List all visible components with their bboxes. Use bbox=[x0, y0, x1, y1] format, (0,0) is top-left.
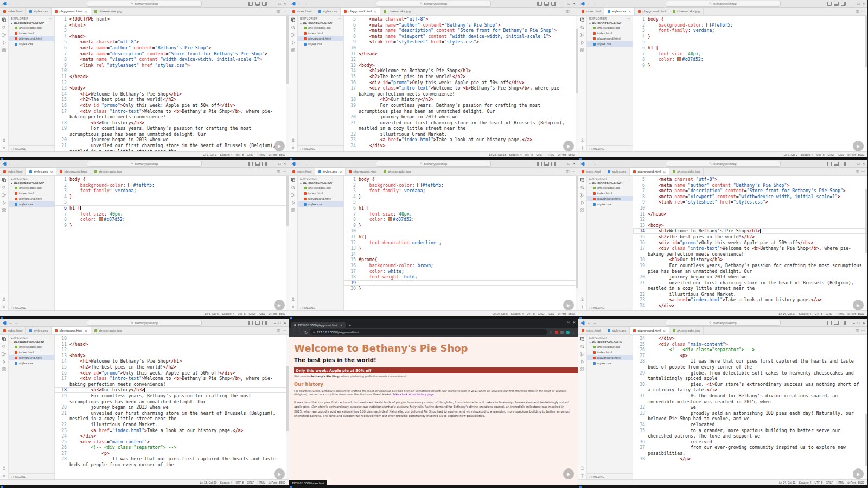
activitybar-source-control-icon[interactable] bbox=[291, 33, 296, 37]
tab-cheesecake.jpg[interactable]: cheesecake.jpg bbox=[91, 168, 125, 175]
eol-sequence[interactable]: CRLF bbox=[536, 153, 544, 156]
file-index.html[interactable]: index.html bbox=[587, 350, 633, 355]
layout-secondary-icon[interactable] bbox=[841, 2, 846, 6]
file-cheesecake.jpg[interactable]: cheesecake.jpg bbox=[587, 344, 633, 350]
file-cheesecake.jpg[interactable]: cheesecake.jpg bbox=[298, 25, 343, 30]
split-editor-icon[interactable]: ◫ bbox=[856, 169, 859, 174]
tab-index.html[interactable]: index.html bbox=[0, 168, 26, 175]
code-editor[interactable]: 5 <meta charset="utf-8">6 <meta name="au… bbox=[633, 176, 867, 310]
settings-gear-icon[interactable] bbox=[2, 305, 7, 309]
layout-panel-icon[interactable] bbox=[834, 2, 839, 6]
editor-scrollbar[interactable] bbox=[865, 176, 867, 310]
activitybar-run-debug-icon[interactable] bbox=[580, 200, 585, 205]
language-mode[interactable]: HTML bbox=[837, 312, 844, 315]
nav-forward-icon[interactable]: → bbox=[15, 321, 18, 325]
play-overlay-icon[interactable]: ▶ bbox=[853, 141, 864, 151]
tab-cheesecake.jpg[interactable]: cheesecake.jpg bbox=[380, 168, 414, 175]
live-server-port[interactable]: ⊘ Port : 5500 bbox=[269, 481, 285, 484]
play-overlay-icon[interactable]: ▶ bbox=[563, 468, 574, 479]
layout-panel-icon[interactable] bbox=[834, 162, 839, 166]
maximize-button[interactable]: □ bbox=[279, 162, 281, 166]
activitybar-extensions-icon[interactable] bbox=[2, 367, 7, 372]
live-server-port[interactable]: ⊘ Port : 5500 bbox=[558, 312, 575, 315]
layout-secondary-icon[interactable] bbox=[841, 162, 846, 166]
file-playground.html[interactable]: playground.html bbox=[298, 196, 343, 201]
nav-back-icon[interactable]: ← bbox=[298, 162, 302, 166]
layout-panel-icon[interactable] bbox=[834, 321, 839, 325]
maximize-button[interactable]: □ bbox=[568, 162, 570, 166]
indentation[interactable]: Spaces: 4 bbox=[220, 481, 232, 484]
maximize-button[interactable]: □ bbox=[279, 321, 281, 325]
close-button[interactable]: ✕ bbox=[573, 320, 576, 324]
tab-playground.html[interactable]: playground.html✕ bbox=[52, 8, 91, 15]
new-tab-button[interactable]: + bbox=[349, 324, 352, 328]
activitybar-run-debug-icon[interactable] bbox=[580, 40, 585, 45]
layout-sidebar-icon[interactable] bbox=[248, 162, 253, 166]
layout-secondary-icon[interactable] bbox=[551, 162, 556, 166]
encoding[interactable]: UTF-8 bbox=[816, 153, 825, 156]
command-center-search[interactable]: bethanyspieshop bbox=[666, 161, 781, 167]
file-index.html[interactable]: index.html bbox=[9, 350, 54, 355]
activitybar-explorer-icon[interactable] bbox=[2, 178, 7, 182]
close-button[interactable]: ✕ bbox=[284, 162, 286, 166]
activitybar-extensions-icon[interactable] bbox=[580, 208, 585, 213]
file-styles.css[interactable]: styles.css bbox=[9, 41, 54, 47]
file-playground.html[interactable]: playground.html bbox=[587, 196, 633, 201]
cursor-position[interactable]: Ln 14, Col 37 bbox=[779, 312, 796, 315]
layout-secondary-icon[interactable] bbox=[262, 162, 267, 166]
play-overlay-icon[interactable]: ▶ bbox=[563, 300, 574, 310]
file-index.html[interactable]: index.html bbox=[298, 191, 343, 196]
settings-gear-icon[interactable] bbox=[2, 145, 7, 150]
tab-styles.css[interactable]: styles.css✕ bbox=[604, 8, 635, 15]
activitybar-extensions-icon[interactable] bbox=[291, 208, 296, 213]
cursor-position[interactable]: Ln 19, Col 5 bbox=[493, 312, 508, 315]
nav-forward-icon[interactable]: → bbox=[15, 2, 18, 5]
play-overlay-icon[interactable]: ▶ bbox=[853, 300, 864, 310]
activitybar-explorer-icon[interactable] bbox=[580, 337, 585, 341]
menu-dots-icon[interactable]: ⋮ bbox=[572, 330, 576, 334]
close-button[interactable]: ✕ bbox=[573, 2, 576, 5]
maximize-button[interactable]: □ bbox=[568, 2, 570, 5]
tab-cheesecake.jpg[interactable]: cheesecake.jpg bbox=[380, 8, 414, 15]
reload-icon[interactable]: ↻ bbox=[304, 330, 308, 335]
settings-gear-icon[interactable] bbox=[580, 473, 585, 478]
play-overlay-icon[interactable]: ▶ bbox=[274, 468, 285, 479]
explorer-more-icon[interactable]: ⋯ bbox=[627, 336, 630, 339]
activitybar-explorer-icon[interactable] bbox=[2, 17, 7, 22]
account-icon[interactable] bbox=[2, 138, 7, 143]
nav-back-icon[interactable]: ← bbox=[9, 321, 12, 325]
explorer-more-icon[interactable]: ⋯ bbox=[49, 17, 52, 20]
timeline-section[interactable]: › TIMELINE bbox=[587, 305, 633, 310]
encoding[interactable]: UTF-8 bbox=[814, 481, 822, 484]
scrollbar-thumb[interactable] bbox=[865, 16, 867, 67]
nav-forward-icon[interactable]: → bbox=[304, 162, 308, 166]
tab-playground.html[interactable]: playground.html bbox=[56, 168, 91, 175]
cursor-position[interactable]: Ln 9, Col 2 bbox=[784, 153, 797, 156]
activitybar-explorer-icon[interactable] bbox=[291, 178, 296, 182]
command-center-search[interactable]: bethanyspieshop bbox=[666, 1, 781, 7]
command-center-search[interactable]: bethanyspieshop bbox=[666, 320, 781, 326]
split-editor-icon[interactable]: ◫ bbox=[856, 9, 859, 14]
code-editor[interactable]: 1body {2 background-color: #fef6f5;3 fon… bbox=[633, 16, 867, 151]
activitybar-run-debug-icon[interactable] bbox=[291, 200, 296, 205]
taskbar-vscode-icon[interactable] bbox=[579, 158, 582, 160]
settings-gear-icon[interactable] bbox=[580, 305, 585, 309]
file-cheesecake.jpg[interactable]: cheesecake.jpg bbox=[298, 185, 343, 191]
timeline-section[interactable]: › TIMELINE bbox=[9, 473, 54, 479]
tab-close-icon[interactable]: ✕ bbox=[374, 10, 376, 14]
taskbar-vscode-icon[interactable] bbox=[1, 317, 3, 319]
folder-row[interactable]: ⌄ BETHANYSPIESHOP bbox=[587, 21, 633, 25]
close-button[interactable]: ✕ bbox=[863, 321, 865, 325]
nav-forward-icon[interactable]: → bbox=[593, 162, 597, 166]
code-editor[interactable]: 24 </div>25 <div class="main-content">26… bbox=[633, 335, 867, 479]
nav-forward-icon[interactable]: → bbox=[593, 2, 597, 5]
nav-back-icon[interactable]: ← bbox=[9, 162, 12, 166]
code-editor[interactable]: 5 <meta charset="utf-8">6 <meta name="au… bbox=[344, 16, 578, 151]
account-icon[interactable] bbox=[291, 138, 296, 143]
language-mode[interactable]: CSS bbox=[259, 312, 265, 315]
encoding[interactable]: UTF-8 bbox=[527, 312, 535, 315]
file-styles.css[interactable]: styles.css bbox=[298, 201, 343, 207]
editor-scrollbar[interactable] bbox=[286, 176, 289, 310]
tab-close-icon[interactable]: ✕ bbox=[663, 170, 666, 174]
indentation[interactable]: Spaces: 4 bbox=[799, 481, 811, 484]
